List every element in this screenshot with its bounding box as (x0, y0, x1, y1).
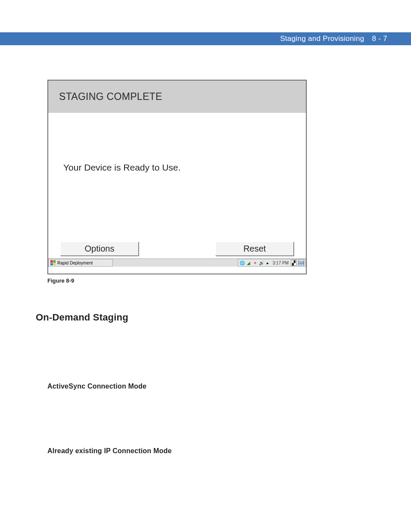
page-header: Staging and Provisioning 8 - 7 (0, 32, 411, 45)
taskbar-app-label: Rapid Deployment (57, 261, 93, 265)
window-title: STAGING COMPLETE (59, 91, 162, 103)
signal-icon[interactable]: ◢ (246, 260, 251, 265)
options-button-label: Options (85, 244, 115, 253)
volume-icon[interactable]: 🔊 (259, 260, 264, 265)
heading-activesync-mode: ActiveSync Connection Mode (47, 383, 146, 390)
softkey-row: Options Reset (48, 239, 306, 258)
options-button[interactable]: Options (60, 242, 139, 256)
status-message: Your Device is Ready to Use. (63, 162, 181, 172)
clock: 3:17 PM (272, 261, 290, 265)
sip-icon[interactable]: ⌨ (298, 260, 304, 266)
globe-icon[interactable]: 🌐 (240, 260, 245, 265)
desktop-icon[interactable]: ▞ (291, 260, 297, 266)
reset-button-label: Reset (243, 244, 266, 253)
window-titlebar: STAGING COMPLETE (48, 81, 306, 113)
reset-button[interactable]: Reset (215, 242, 294, 256)
window-content: Your Device is Ready to Use. (48, 113, 306, 239)
windows-logo-icon (50, 260, 56, 265)
network-icon[interactable]: ✶ (252, 260, 258, 265)
header-title: Staging and Provisioning (280, 34, 364, 43)
taskbar-app-button[interactable]: Rapid Deployment (48, 259, 113, 267)
arrow-right-icon[interactable]: ▸ (265, 260, 271, 265)
heading-on-demand-staging: On-Demand Staging (36, 312, 128, 323)
system-tray: 🌐 ◢ ✶ 🔊 ▸ 3:17 PM ▞ ⌨ (238, 259, 306, 267)
header-page: 8 - 7 (372, 34, 387, 43)
device-screenshot: STAGING COMPLETE Your Device is Ready to… (47, 80, 307, 274)
taskbar: Rapid Deployment 🌐 ◢ ✶ 🔊 ▸ 3:17 PM ▞ ⌨ (48, 258, 306, 267)
figure-caption: Figure 8-9 (47, 277, 74, 284)
heading-existing-ip-mode: Already existing IP Connection Mode (47, 447, 172, 455)
